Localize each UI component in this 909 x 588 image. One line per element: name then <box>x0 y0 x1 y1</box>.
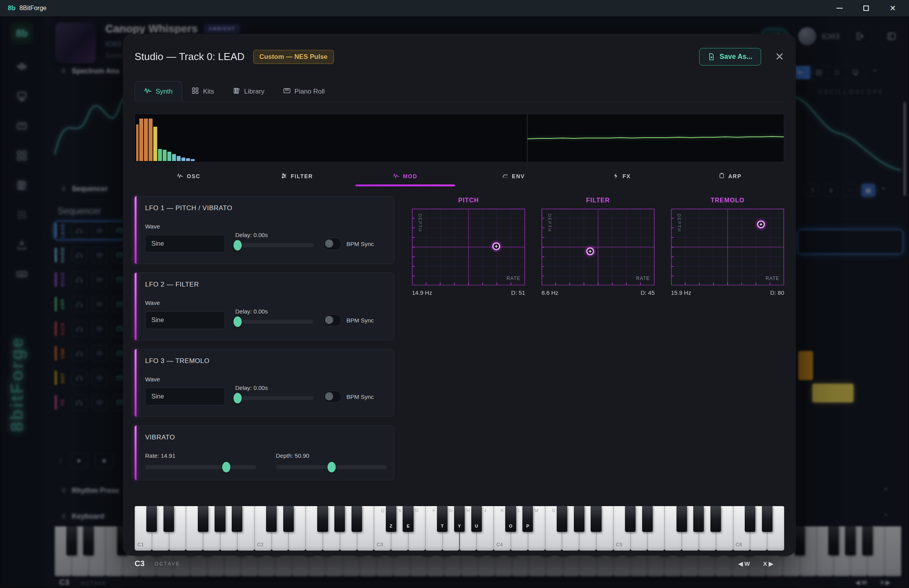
piano-key-black-Gs4[interactable] <box>574 506 584 532</box>
close-modal-icon[interactable]: ✕ <box>775 51 784 62</box>
subtab-arp[interactable]: ARP <box>676 166 785 186</box>
wave-select[interactable]: Sine <box>145 311 225 329</box>
piano-key-black-As2[interactable] <box>352 506 362 532</box>
vibrato-depth-slider[interactable] <box>276 465 387 469</box>
tab-library[interactable]: Library <box>224 81 274 102</box>
piano-key-black-As3[interactable]: U <box>471 506 482 532</box>
waveform-display <box>527 114 784 162</box>
wave-select[interactable]: Sine <box>145 235 225 253</box>
xy-pad-surface[interactable]: DEPTH RATE <box>541 209 655 285</box>
subtab-osc[interactable]: OSC <box>135 166 243 186</box>
subtab-label: MOD <box>403 173 417 179</box>
tab-kits[interactable]: Kits <box>182 81 223 102</box>
piano-key-black-Ds5[interactable] <box>642 506 653 532</box>
waveform-icon <box>144 87 152 96</box>
piano-key-black-As4[interactable] <box>591 506 601 532</box>
octave-key-label: C2 <box>257 542 264 547</box>
piano-key-black-Fs1[interactable] <box>198 506 208 532</box>
envelope-icon <box>502 173 508 180</box>
spectrum-bar <box>158 149 162 161</box>
subtab-fx[interactable]: FX <box>568 166 676 186</box>
lfo-title: LFO 3 — TREMOLO <box>145 357 384 365</box>
piano-key-black-As5[interactable] <box>710 506 721 532</box>
library-icon <box>233 87 240 96</box>
modal-tabs: Synth Kits Library Piano Roll <box>135 81 784 102</box>
bpm-sync-label: BPM Sync <box>346 241 374 247</box>
slider-thumb[interactable] <box>234 393 242 404</box>
octave-key-label: C5 <box>616 542 623 547</box>
minimize-button[interactable] <box>836 5 843 11</box>
piano-key-black-Ds4[interactable]: P <box>522 506 533 532</box>
tab-label: Library <box>244 88 265 96</box>
lfo-panel-2: LFO 2 — FILTER Wave Sine Delay: 0.00s BP… <box>135 273 394 340</box>
close-window-button[interactable]: ✕ <box>889 5 896 11</box>
piano-key-black-Cs5[interactable] <box>625 506 636 532</box>
piano-key-black-Gs5[interactable] <box>693 506 704 532</box>
slider-thumb[interactable] <box>222 462 231 473</box>
delay-label: Delay: 0.00s <box>235 384 313 391</box>
bolt-icon <box>613 173 619 180</box>
octave-up-button[interactable]: X ▶ <box>763 560 773 567</box>
slider-thumb[interactable] <box>234 240 242 251</box>
piano-key-black-Ds2[interactable] <box>283 506 294 532</box>
bpm-sync-toggle[interactable] <box>323 314 341 326</box>
vibrato-panel: VIBRATO Rate: 14.91 Depth: 50.90 <box>135 425 394 480</box>
piano-key-black-Fs2[interactable] <box>317 506 328 532</box>
filter-icon <box>281 173 287 180</box>
piano-key-black-Cs3[interactable]: Z <box>386 506 396 532</box>
vibrato-rate-slider[interactable] <box>145 465 256 469</box>
piano-key-black-Ds6[interactable] <box>762 506 772 532</box>
slider-thumb[interactable] <box>234 317 242 327</box>
piano-key-black-Cs2[interactable] <box>266 506 277 532</box>
piano-key-black-Fs5[interactable] <box>676 506 687 532</box>
subtab-env[interactable]: ENV <box>460 166 568 186</box>
tab-piano-roll[interactable]: Piano Roll <box>274 81 334 102</box>
bpm-sync-label: BPM Sync <box>346 317 374 324</box>
piano-key-black-Ds1[interactable] <box>163 506 174 532</box>
tab-synth[interactable]: Synth <box>135 81 182 102</box>
bpm-sync-toggle[interactable] <box>323 238 341 250</box>
waveform-icon <box>393 173 399 180</box>
subtab-label: ENV <box>512 173 525 179</box>
slider-thumb[interactable] <box>327 462 336 473</box>
xy-pad-surface[interactable]: DEPTH RATE <box>671 209 784 285</box>
app-title: 8BitForge <box>20 5 46 12</box>
wave-select[interactable]: Sine <box>145 388 225 406</box>
piano-key-black-Fs4[interactable] <box>557 506 567 532</box>
toggle-knob <box>325 392 333 400</box>
key-binding-label: E <box>403 524 413 528</box>
subtab-mod[interactable]: MOD <box>351 166 460 186</box>
xy-pad-pitch: PITCH DEPTH RATE 14.9 Hz D: 51 <box>412 197 525 296</box>
piano-key-black-Cs1[interactable] <box>146 506 157 532</box>
xy-pad-surface[interactable]: DEPTH RATE <box>412 209 525 285</box>
delay-slider[interactable] <box>235 320 313 324</box>
xy-pad-filter: FILTER DEPTH RATE 8.6 Hz D: 45 <box>541 197 655 296</box>
delay-slider[interactable] <box>235 396 313 400</box>
grid-icon <box>192 87 199 96</box>
panel-accent <box>135 273 137 340</box>
file-plus-icon <box>708 53 715 60</box>
piano-key-black-Cs4[interactable]: O <box>505 506 516 532</box>
piano-key-black-Gs3[interactable]: Y <box>454 506 465 532</box>
subtab-filter[interactable]: FILTER <box>243 166 352 186</box>
piano-key-black-Cs6[interactable] <box>745 506 755 532</box>
piano-key-black-Gs1[interactable] <box>215 506 225 532</box>
pad-depth-value: D: 80 <box>770 289 784 296</box>
spectrum-bar <box>172 154 176 161</box>
app-logo: 8b <box>8 4 16 12</box>
pad-title: TREMOLO <box>671 197 784 204</box>
piano-key-black-As1[interactable] <box>232 506 242 532</box>
piano-key-black-Gs2[interactable] <box>334 506 345 532</box>
octave-down-button[interactable]: ◀ W <box>738 560 750 567</box>
spectrum-bar <box>144 119 148 161</box>
delay-slider[interactable] <box>235 243 313 247</box>
piano-key-black-Fs3[interactable]: T <box>437 506 447 532</box>
save-as-button[interactable]: Save As... <box>699 48 761 66</box>
wave-value: Sine <box>151 393 164 400</box>
piano-key-black-Ds3[interactable]: E <box>403 506 413 532</box>
wave-value: Sine <box>151 240 164 247</box>
bpm-sync-toggle[interactable] <box>323 391 341 403</box>
panel-accent <box>135 196 137 264</box>
spectrum-bar <box>181 158 185 161</box>
maximize-button[interactable] <box>863 5 869 11</box>
